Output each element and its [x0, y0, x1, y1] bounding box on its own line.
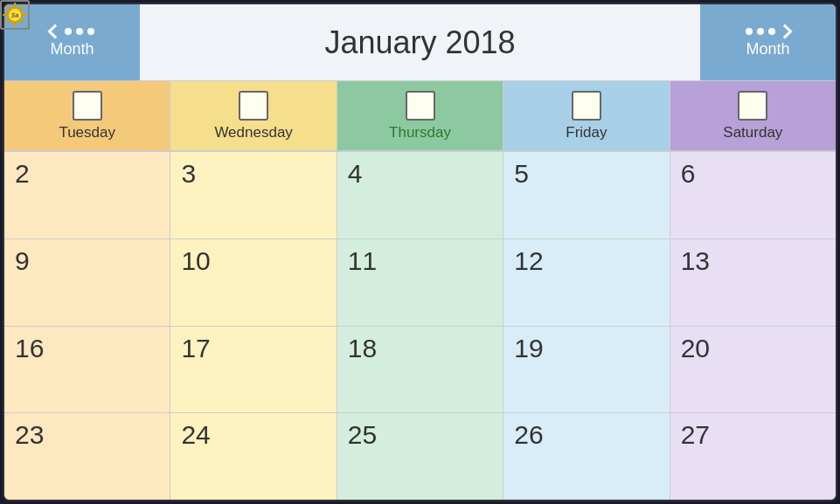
svg-line-52: [7, 20, 10, 23]
cell-jan-24[interactable]: 24: [170, 413, 337, 500]
nav-dot-3: [87, 28, 94, 35]
right-arrow-icon: [778, 24, 793, 39]
cell-jan-12[interactable]: 12: [503, 239, 670, 326]
saturday-icon: Sa: [738, 91, 767, 121]
left-nav-arrows: [50, 26, 94, 37]
friday-icon: F: [572, 91, 601, 121]
day-header-thursday[interactable]: Th Thursday: [337, 81, 503, 151]
calendar: Month January 2018 Month: [3, 3, 837, 501]
svg-line-51: [20, 7, 23, 10]
week-3: 16 17 18 19 20: [4, 326, 836, 413]
tuesday-icon: Tu: [73, 91, 102, 121]
cell-jan-26[interactable]: 26: [503, 413, 670, 500]
cell-jan-3[interactable]: 3: [170, 152, 337, 238]
svg-line-50: [20, 20, 23, 23]
nav-dot-1: [65, 28, 72, 35]
cell-jan-20[interactable]: 20: [670, 327, 836, 413]
nav-dot-5: [757, 28, 764, 35]
tuesday-label: Tuesday: [59, 124, 115, 142]
cell-jan-23[interactable]: 23: [4, 413, 170, 500]
nav-dot-4: [746, 28, 753, 35]
cell-jan-11[interactable]: 11: [337, 239, 503, 326]
nav-dot-2: [76, 28, 83, 35]
cell-jan-9[interactable]: 9: [4, 239, 170, 326]
thursday-icon: Th: [406, 91, 435, 121]
cell-jan-17[interactable]: 17: [170, 327, 337, 413]
header-row: Month January 2018 Month: [4, 4, 836, 81]
right-nav-arrows: [746, 26, 790, 37]
thursday-label: Thursday: [389, 124, 451, 142]
cell-jan-18[interactable]: 18: [337, 327, 503, 413]
week-2: 9 10 11 12 13: [4, 238, 836, 326]
day-header-friday[interactable]: F Friday: [503, 81, 670, 151]
cell-jan-10[interactable]: 10: [170, 239, 337, 326]
calendar-title: January 2018: [140, 4, 700, 81]
saturday-sun-rays-icon: Sa: [3, 3, 30, 30]
left-arrow-icon: [48, 24, 63, 39]
right-nav-button[interactable]: Month: [700, 4, 836, 81]
cell-jan-19[interactable]: 19: [503, 327, 670, 413]
days-header: Tu Tuesday W: [4, 81, 836, 151]
right-nav-label: Month: [746, 40, 789, 59]
wednesday-label: Wednesday: [214, 124, 292, 142]
cell-jan-5[interactable]: 5: [503, 152, 670, 238]
svg-text:Sa: Sa: [11, 12, 19, 18]
day-header-wednesday[interactable]: W Wednesday: [170, 81, 337, 151]
cell-jan-25[interactable]: 25: [337, 413, 503, 500]
left-nav-label: Month: [50, 40, 94, 59]
cell-jan-27[interactable]: 27: [670, 413, 836, 500]
cell-jan-6[interactable]: 6: [670, 152, 836, 238]
cell-jan-2[interactable]: 2: [4, 152, 170, 238]
day-header-saturday[interactable]: Sa Saturday: [670, 81, 836, 151]
nav-dot-6: [768, 28, 775, 35]
cell-jan-4[interactable]: 4: [337, 152, 503, 238]
week-4: 23 24 25 26 27: [4, 412, 836, 500]
wednesday-icon: W: [239, 91, 268, 121]
cell-jan-16[interactable]: 16: [4, 327, 170, 413]
friday-label: Friday: [566, 124, 607, 142]
cell-jan-13[interactable]: 13: [670, 239, 836, 326]
day-header-tuesday[interactable]: Tu Tuesday: [4, 81, 170, 151]
calendar-grid: 2 3 4 5 6 9 10 11 12 13 16 17 18 19 20 2…: [4, 151, 836, 500]
saturday-label: Saturday: [723, 124, 782, 142]
week-1: 2 3 4 5 6: [4, 151, 836, 238]
svg-line-49: [7, 7, 10, 10]
